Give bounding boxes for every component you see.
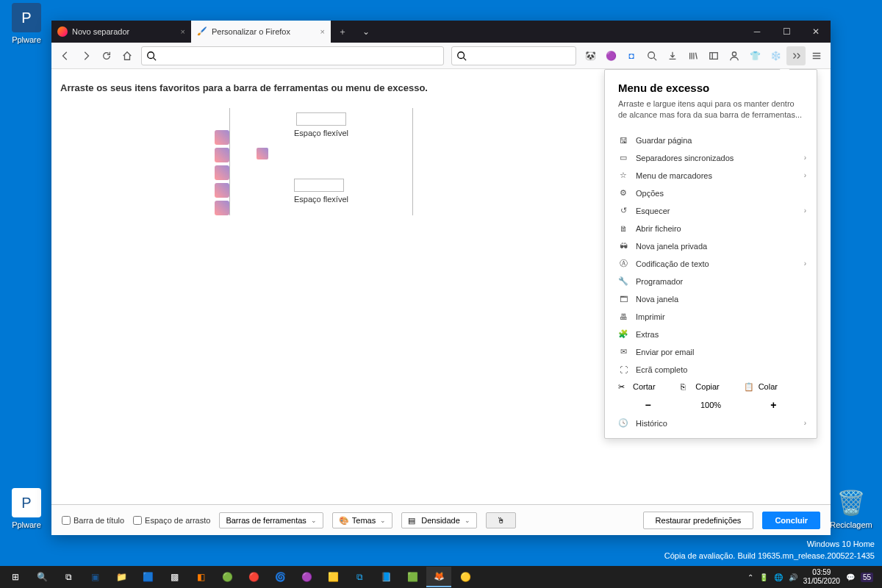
menu-item-forget[interactable]: ↺Esquecer›	[605, 202, 817, 220]
maximize-button[interactable]: ☐	[772, 21, 801, 43]
menu-item-private-window[interactable]: 🕶Nova janela privada	[605, 237, 817, 255]
menu-item-bookmarks[interactable]: ☆Menu de marcadores›	[605, 167, 817, 184]
ext-1-icon[interactable]: 🐼	[581, 46, 600, 65]
explorer-icon[interactable]: 📁	[109, 567, 134, 587]
back-button[interactable]	[56, 46, 75, 65]
new-tab-button[interactable]: ＋	[331, 21, 354, 43]
library-icon[interactable]	[684, 46, 703, 65]
taskbar-app-icon[interactable]: 📘	[373, 567, 398, 587]
flexible-space-item[interactable]	[296, 112, 346, 126]
tray-up-icon[interactable]: ⌃	[747, 573, 753, 581]
search-button[interactable]: 🔍	[29, 567, 54, 587]
paste-button[interactable]: 📋Colar	[744, 382, 803, 392]
close-window-button[interactable]: ✕	[801, 21, 831, 43]
zoom-in-button[interactable]: +	[744, 399, 803, 411]
start-button[interactable]: ⊞	[3, 567, 28, 587]
desktop-icon-pplware-2[interactable]: P Pplware	[4, 488, 49, 529]
close-icon[interactable]: ×	[320, 27, 325, 36]
vscode-icon[interactable]: ⧉	[347, 567, 372, 587]
draggable-item-icon[interactable]	[215, 201, 229, 215]
ext-4-icon[interactable]: 👕	[745, 46, 764, 65]
notification-count[interactable]: 55	[861, 573, 873, 582]
menu-item-print[interactable]: 🖶Imprimir	[605, 308, 817, 326]
network-icon[interactable]: 🌐	[774, 573, 783, 581]
battery-icon[interactable]: 🔋	[759, 573, 768, 581]
menu-item-save-page[interactable]: 🖫Guardar página	[605, 132, 817, 149]
ext-5-icon[interactable]: ❄️	[766, 46, 785, 65]
menu-item-new-window[interactable]: 🗔Nova janela	[605, 290, 817, 308]
taskbar-app-icon[interactable]: 🟩	[400, 567, 425, 587]
taskbar-app-icon[interactable]: 🟦	[135, 567, 160, 587]
task-view-button[interactable]: ⧉	[56, 567, 81, 587]
home-button[interactable]	[118, 46, 137, 65]
taskbar-app-icon[interactable]: 🟨	[320, 567, 345, 587]
account-icon[interactable]	[725, 46, 744, 65]
sidebar-icon[interactable]	[704, 46, 723, 65]
cut-button[interactable]: ✂Cortar	[618, 382, 678, 392]
mail-icon: ✉	[618, 347, 628, 357]
volume-icon[interactable]: 🔊	[789, 573, 797, 581]
draggable-item-icon[interactable]	[215, 148, 229, 162]
drag-space-checkbox[interactable]: Espaço de arrasto	[133, 516, 210, 525]
title-bar-checkbox[interactable]: Barra de título	[62, 516, 124, 525]
minimize-button[interactable]: ─	[742, 21, 772, 43]
close-icon[interactable]: ×	[181, 27, 185, 36]
reload-button[interactable]	[97, 46, 116, 65]
themes-dropdown[interactable]: 🎨Temas⌄	[332, 512, 392, 528]
terminal-icon[interactable]: ▩	[162, 567, 187, 587]
menu-item-developer[interactable]: 🔧Programador	[605, 273, 817, 290]
taskbar-app-icon[interactable]: ▣	[82, 567, 107, 587]
draggable-item-icon[interactable]	[215, 130, 229, 145]
menu-item-encoding[interactable]: ⒶCodificação de texto›	[605, 255, 817, 273]
zoom-out-button[interactable]: −	[618, 399, 678, 411]
svg-point-1	[458, 51, 465, 58]
ext-2-icon[interactable]: 🟣	[601, 46, 620, 65]
chrome-icon[interactable]: 🟢	[215, 567, 240, 587]
url-bar[interactable]	[141, 46, 444, 65]
brush-icon: 🖌️	[197, 26, 207, 37]
opera-icon[interactable]: 🔴	[241, 567, 266, 587]
done-button[interactable]: Concluir	[762, 512, 820, 529]
flexible-space-item[interactable]	[294, 179, 344, 192]
menu-item-email[interactable]: ✉Enviar por email	[605, 343, 817, 361]
tabs-dropdown[interactable]: ⌄	[354, 21, 378, 43]
menu-item-addons[interactable]: 🧩Extras	[605, 326, 817, 343]
forward-button[interactable]	[76, 46, 96, 65]
taskbar-app-icon[interactable]: ◧	[188, 567, 213, 587]
touch-button[interactable]: 🖱	[486, 512, 516, 528]
chevron-down-icon: ⌄	[380, 517, 386, 524]
tab-customize[interactable]: 🖌️ Personalizar o Firefox ×	[191, 21, 331, 43]
menu-item-open-file[interactable]: 🗎Abrir ficheiro	[605, 220, 817, 237]
menu-item-fullscreen[interactable]: ⛶Ecrã completo	[605, 361, 817, 379]
toolbars-dropdown[interactable]: Barras de ferramentas⌄	[219, 512, 323, 528]
overflow-icon[interactable]	[786, 46, 806, 65]
desktop-icon-pplware[interactable]: P Pplware	[4, 3, 49, 44]
chrome-canary-icon[interactable]: 🟡	[453, 567, 478, 587]
notifications-icon[interactable]: 💬	[846, 573, 855, 581]
clock[interactable]: 03:59 31/05/2020	[803, 568, 840, 586]
draggable-item-icon[interactable]	[257, 148, 268, 159]
search-icon[interactable]	[642, 46, 662, 65]
taskbar-app-icon[interactable]: 🟣	[294, 567, 319, 587]
menu-item-history[interactable]: 🕓Histórico›	[605, 415, 817, 432]
mask-icon: 🕶	[618, 241, 628, 251]
density-dropdown[interactable]: ▤Densidade⌄	[401, 512, 477, 528]
system-tray[interactable]: ⌃ 🔋 🌐 🔊 03:59 31/05/2020 💬 55	[747, 568, 879, 586]
menu-item-options[interactable]: ⚙Opções	[605, 184, 817, 202]
desktop-icon-recycle[interactable]: 🗑️ Reciclagem	[829, 488, 873, 529]
draggable-item-icon[interactable]	[215, 165, 229, 180]
ext-3-icon[interactable]: ◘	[622, 46, 641, 65]
tab-new[interactable]: Novo separador ×	[51, 21, 191, 43]
search-bar[interactable]	[451, 46, 576, 65]
fullscreen-icon: ⛶	[618, 365, 628, 375]
gear-icon: ⚙	[618, 188, 628, 198]
menu-item-synced-tabs[interactable]: ▭Separadores sincronizados›	[605, 149, 817, 167]
chevron-down-icon: ⌄	[311, 517, 317, 524]
restore-defaults-button[interactable]: Restaurar predefinições	[643, 512, 754, 529]
copy-button[interactable]: ⎘Copiar	[681, 382, 740, 392]
edge-icon[interactable]: 🌀	[268, 567, 293, 587]
downloads-icon[interactable]	[663, 46, 682, 65]
hamburger-icon[interactable]	[807, 46, 826, 65]
draggable-item-icon[interactable]	[215, 183, 229, 198]
firefox-taskbar-icon[interactable]: 🦊	[426, 567, 451, 587]
